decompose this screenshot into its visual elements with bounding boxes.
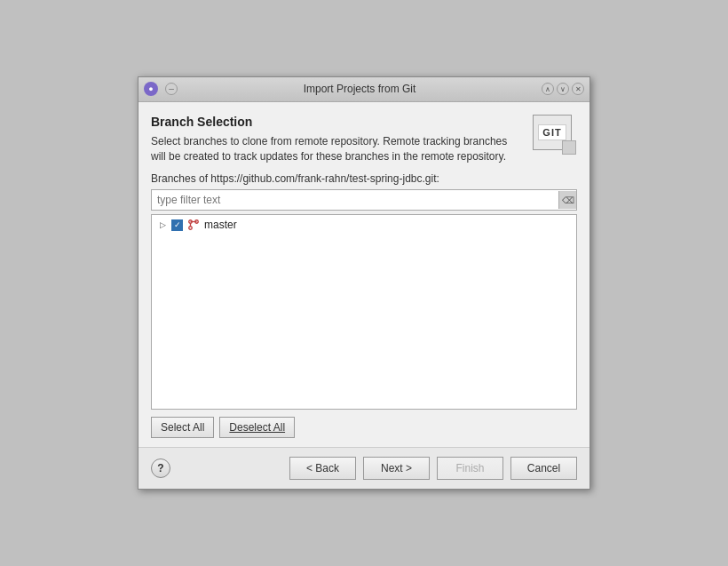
window-title: Import Projects from Git [183,83,536,95]
titlebar: ● ─ Import Projects from Git ∧ ∨ ✕ [138,77,590,102]
import-dialog: ● ─ Import Projects from Git ∧ ∨ ✕ Branc… [138,76,590,490]
section-title: Branch Selection [151,115,524,129]
branch-name: master [204,219,237,231]
window-icon: ● [144,82,158,96]
branches-label: Branches of https://github.com/frank-rah… [151,172,577,185]
window-nav-up[interactable]: ∧ [542,83,554,95]
titlebar-right-controls: ∧ ∨ ✕ [542,83,584,95]
help-button[interactable]: ? [151,458,170,478]
back-button[interactable]: < Back [289,457,356,480]
branch-item[interactable]: ▷ master [152,215,576,235]
dialog-footer: ? < Back Next > Finish Cancel [138,447,590,489]
branch-icon [186,218,201,232]
filter-input[interactable] [152,190,558,210]
filter-row: ⌫ [151,189,577,211]
selection-button-row: Select All Deselect All [151,417,577,438]
header-text: Branch Selection Select branches to clon… [151,115,524,164]
next-button[interactable]: Next > [363,457,430,480]
close-button[interactable]: ✕ [572,83,584,95]
section-description: Select branches to clone from remote rep… [151,134,524,164]
minimize-button[interactable]: ─ [165,83,178,95]
filter-clear-button[interactable]: ⌫ [558,191,576,209]
git-logo: GIT [533,115,577,155]
finish-button[interactable]: Finish [437,457,503,480]
cancel-button[interactable]: Cancel [510,457,577,480]
git-logo-arrow [562,140,576,155]
branches-label-text: Branches of https://github.com/frank-rah… [151,172,439,185]
git-text: GIT [538,124,566,140]
select-all-button[interactable]: Select All [151,417,214,438]
header-section: Branch Selection Select branches to clon… [151,115,577,164]
deselect-all-button[interactable]: Deselect All [219,417,295,438]
dialog-content: Branch Selection Select branches to clon… [138,102,590,448]
branch-checkbox[interactable] [171,219,183,231]
branch-list[interactable]: ▷ master [151,214,577,410]
expand-icon: ▷ [157,219,168,230]
window-nav-down[interactable]: ∨ [557,83,569,95]
git-logo-inner: GIT [533,115,572,150]
window-controls: ─ [165,83,178,95]
svg-point-1 [189,227,193,230]
